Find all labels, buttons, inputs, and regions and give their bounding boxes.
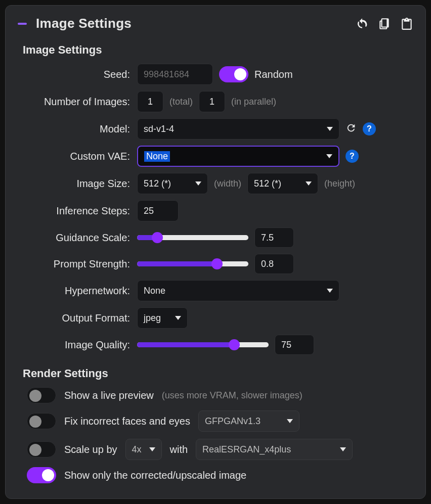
live-preview-label: Show a live preview	[64, 390, 154, 401]
model-value: sd-v1-4	[144, 124, 174, 134]
height-value: 512 (*)	[254, 178, 281, 189]
chevron-down-icon	[327, 289, 333, 293]
upscale-factor-value: 4x	[132, 444, 142, 455]
clipboard-icon	[378, 17, 391, 30]
upscale-model-select[interactable]: RealESRGAN_x4plus	[196, 439, 353, 460]
refresh-models-button[interactable]	[346, 122, 357, 135]
random-label: Random	[254, 69, 293, 80]
chevron-down-icon	[340, 447, 346, 451]
chevron-down-icon	[326, 154, 332, 158]
guidance-label: Guidance Scale:	[18, 232, 137, 244]
render-settings-section-title: Render Settings	[23, 367, 413, 380]
model-row: Model: sd-v1-4 ?	[18, 118, 413, 140]
refresh-icon	[346, 122, 357, 133]
total-images-input[interactable]	[137, 91, 163, 112]
live-preview-toggle[interactable]	[27, 387, 56, 403]
fix-faces-model-select[interactable]: GFPGANv1.3	[198, 410, 299, 432]
undo-button[interactable]	[356, 17, 369, 30]
chevron-down-icon	[195, 181, 201, 186]
image-quality-value[interactable]: 75	[275, 335, 314, 355]
output-format-row: Output Format: jpeg	[18, 307, 413, 329]
collapse-icon[interactable]	[18, 23, 27, 25]
chevron-down-icon	[287, 419, 293, 423]
image-size-row: Image Size: 512 (*) (width) 512 (*) (hei…	[18, 173, 413, 194]
vae-select[interactable]: None	[137, 146, 339, 167]
undo-icon	[356, 17, 369, 30]
vae-help-button[interactable]: ?	[346, 150, 359, 163]
steps-input[interactable]	[137, 200, 179, 221]
height-select[interactable]: 512 (*)	[247, 173, 318, 194]
seed-label: Seed:	[18, 69, 137, 80]
image-quality-slider[interactable]	[137, 342, 269, 347]
width-hint: (width)	[214, 178, 241, 189]
upscale-label-pre: Scale up by	[64, 444, 117, 455]
vae-label: Custom VAE:	[18, 151, 137, 162]
model-label: Model:	[18, 123, 137, 135]
image-settings-panel: Image Settings Image Settings Seed: Rand…	[5, 5, 426, 499]
output-format-value: jpeg	[144, 313, 161, 324]
upscale-factor-select[interactable]: 4x	[125, 439, 162, 460]
guidance-value[interactable]: 7.5	[254, 227, 294, 248]
prompt-strength-label: Prompt Strength:	[18, 258, 137, 270]
upscale-model-value: RealESRGAN_x4plus	[202, 444, 291, 455]
chevron-down-icon	[327, 127, 333, 131]
height-hint: (height)	[324, 178, 355, 189]
chevron-down-icon	[175, 316, 181, 320]
paste-icon	[400, 17, 413, 30]
upscale-label-mid: with	[170, 444, 188, 455]
model-select[interactable]: sd-v1-4	[137, 118, 339, 140]
seed-row: Seed: Random	[18, 64, 413, 85]
hypernetwork-value: None	[144, 286, 165, 296]
live-preview-hint: (uses more VRAM, slower images)	[162, 390, 303, 401]
total-hint: (total)	[169, 97, 193, 107]
parallel-hint: (in parallel)	[231, 97, 276, 107]
copy-button[interactable]	[378, 17, 391, 30]
image-settings-section-title: Image Settings	[23, 43, 413, 57]
vae-row: Custom VAE: None ?	[18, 146, 413, 167]
num-images-row: Number of Images: (total) (in parallel)	[18, 91, 413, 112]
guidance-row: Guidance Scale: 7.5	[18, 227, 413, 248]
fix-faces-row: Fix incorrect faces and eyes GFPGANv1.3	[27, 410, 413, 432]
live-preview-row: Show a live preview (uses more VRAM, slo…	[27, 387, 413, 403]
fix-faces-model-value: GFPGANv1.3	[205, 416, 261, 427]
random-toggle[interactable]	[219, 66, 248, 82]
model-help-button[interactable]: ?	[363, 122, 376, 135]
show-only-corrected-label: Show only the corrected/upscaled image	[64, 470, 246, 481]
vae-value: None	[144, 151, 170, 162]
show-only-corrected-row: Show only the corrected/upscaled image	[27, 467, 413, 483]
steps-label: Inference Steps:	[18, 205, 137, 217]
paste-button[interactable]	[400, 17, 413, 30]
num-images-label: Number of Images:	[18, 96, 137, 108]
show-only-corrected-toggle[interactable]	[27, 467, 56, 483]
seed-input[interactable]	[137, 64, 213, 85]
hypernetwork-label: Hypernetwork:	[18, 285, 137, 297]
header-actions	[356, 17, 413, 30]
hypernetwork-select[interactable]: None	[137, 280, 339, 301]
fix-faces-label: Fix incorrect faces and eyes	[64, 416, 190, 427]
upscale-toggle[interactable]	[27, 441, 56, 457]
steps-row: Inference Steps:	[18, 200, 413, 221]
fix-faces-toggle[interactable]	[27, 413, 56, 429]
image-quality-label: Image Quality:	[18, 339, 137, 351]
panel-title: Image Settings	[36, 16, 132, 31]
width-select[interactable]: 512 (*)	[137, 173, 208, 194]
prompt-strength-value[interactable]: 0.8	[254, 254, 294, 274]
output-format-label: Output Format:	[18, 312, 137, 324]
chevron-down-icon	[306, 181, 312, 186]
prompt-strength-row: Prompt Strength: 0.8	[18, 254, 413, 274]
guidance-slider[interactable]	[137, 235, 248, 240]
width-value: 512 (*)	[144, 178, 171, 189]
chevron-down-icon	[149, 447, 155, 451]
upscale-row: Scale up by 4x with RealESRGAN_x4plus	[27, 439, 413, 460]
hypernetwork-row: Hypernetwork: None	[18, 280, 413, 301]
output-format-select[interactable]: jpeg	[137, 307, 188, 329]
parallel-images-input[interactable]	[199, 91, 225, 112]
image-quality-row: Image Quality: 75	[18, 335, 413, 355]
panel-header: Image Settings	[18, 16, 413, 31]
prompt-strength-slider[interactable]	[137, 261, 248, 266]
image-size-label: Image Size:	[18, 178, 137, 190]
